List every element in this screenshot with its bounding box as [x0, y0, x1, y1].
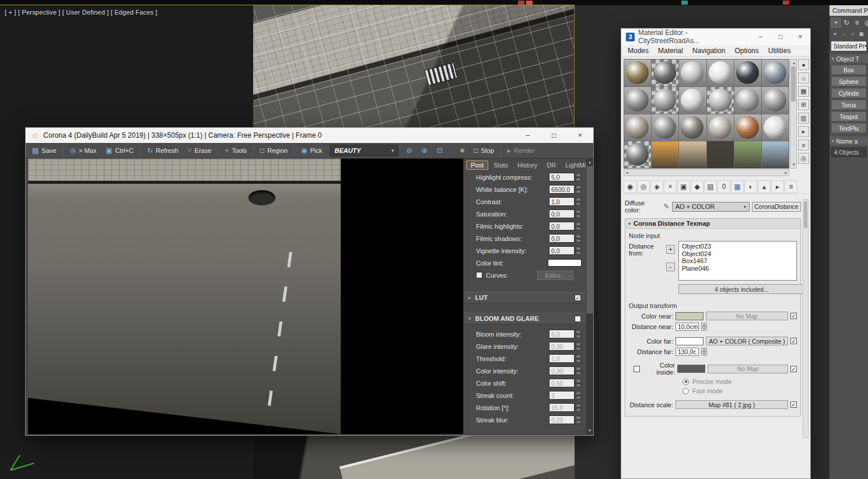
sample-type-icon[interactable]: ●: [798, 59, 809, 70]
primitive-button-cylinde[interactable]: Cylinde: [831, 88, 866, 98]
spinner-down-icon[interactable]: ▾: [575, 371, 582, 376]
name-color-rollout[interactable]: ▾ Name a: [830, 137, 868, 145]
make-material-copy-icon[interactable]: ▣: [677, 180, 690, 193]
setting-value-input[interactable]: 15,0: [549, 403, 575, 412]
spinner-up-icon[interactable]: ▴: [575, 197, 582, 202]
setting-value-input[interactable]: 0,20: [549, 415, 575, 424]
distance-near-input[interactable]: 10,0cm: [676, 323, 699, 331]
scroll-down-icon[interactable]: ▾: [586, 427, 593, 434]
setting-value-input[interactable]: 1,0: [549, 197, 575, 206]
primitive-button-torus[interactable]: Torus: [831, 100, 866, 110]
scrollbar-thumb[interactable]: [587, 166, 593, 313]
spinner-up-icon[interactable]: ▴: [575, 354, 582, 359]
spinner-up-icon[interactable]: ▴: [575, 330, 582, 334]
spinner-down-icon[interactable]: ▾: [575, 177, 582, 182]
spinner-up-icon[interactable]: ▴: [575, 403, 582, 408]
fast-mode-radio[interactable]: [682, 388, 689, 394]
modify-tab[interactable]: ↻: [842, 18, 851, 27]
value-spinner[interactable]: ▴▾: [575, 403, 582, 412]
value-spinner[interactable]: ▴▾: [575, 379, 582, 387]
setting-value-input[interactable]: 0,30: [549, 342, 575, 351]
background-icon[interactable]: ▦: [798, 86, 809, 97]
object-list-item[interactable]: Object023: [682, 243, 793, 250]
spinner-up-icon[interactable]: ▴: [575, 391, 582, 396]
refresh-button[interactable]: ↻Refresh: [143, 144, 183, 157]
object-list-item[interactable]: Plane046: [682, 265, 793, 272]
material-id-channel-icon[interactable]: 0: [718, 180, 730, 193]
spinner-down-icon[interactable]: ▾: [575, 190, 582, 194]
color-inside-map-checkbox[interactable]: ✓: [790, 366, 797, 372]
value-spinner[interactable]: ▴▾: [575, 342, 582, 351]
shapes-category[interactable]: ◌: [840, 30, 848, 37]
spinner-up-icon[interactable]: ▴: [575, 222, 582, 226]
menu-options[interactable]: Options: [730, 47, 762, 55]
value-spinner[interactable]: ▴▾: [575, 234, 582, 243]
object-name-field[interactable]: 4 Objects: [831, 148, 866, 157]
value-spinner[interactable]: ▴▾: [575, 185, 582, 194]
parameters-scrollbar[interactable]: [803, 199, 808, 438]
lut-checkbox[interactable]: ✓: [575, 295, 581, 301]
objects-listbox[interactable]: Object023Object024Box1467Plane046: [678, 241, 797, 281]
value-spinner[interactable]: ▴▾: [575, 415, 582, 424]
scroll-right-icon[interactable]: ▸: [783, 170, 789, 175]
copy-to-clipboard-button[interactable]: ▣Ctrl+C: [102, 144, 138, 157]
setting-value-input[interactable]: 3: [549, 391, 575, 400]
video-color-check-icon[interactable]: ▥: [798, 113, 809, 124]
value-spinner[interactable]: ▴▾: [575, 246, 582, 255]
spinner-down-icon[interactable]: ▾: [575, 214, 582, 219]
render-button[interactable]: ▸Render: [503, 144, 539, 157]
cameras-category[interactable]: ▣: [858, 30, 865, 37]
put-to-library-icon[interactable]: ▤: [704, 180, 717, 193]
corona-tab-stats[interactable]: Stats: [489, 161, 512, 169]
primitive-button-box[interactable]: Box: [831, 65, 866, 75]
menu-utilities[interactable]: Utilities: [764, 47, 795, 55]
value-spinner[interactable]: ▴▾: [575, 197, 582, 206]
color-near-map-checkbox[interactable]: ✓: [790, 313, 797, 319]
edit-pencil-icon[interactable]: ✎: [664, 202, 670, 211]
value-spinner[interactable]: ▴▾: [575, 222, 582, 230]
setting-value-input[interactable]: 0,0: [549, 246, 575, 255]
object-list-item[interactable]: Box1467: [682, 257, 793, 265]
get-material-icon[interactable]: ◉: [624, 180, 636, 193]
material-slot[interactable]: [679, 114, 706, 141]
material-slot[interactable]: [707, 60, 734, 86]
distance-scale-map-button[interactable]: Map #81 ( 2.jpg ): [676, 400, 788, 409]
viewport-label[interactable]: [ + ] [ Perspective ] [ User Defined ] […: [5, 9, 158, 16]
show-shaded-material-in-viewport-icon[interactable]: ▦: [731, 180, 744, 193]
pick-button[interactable]: ◉Pick: [297, 144, 326, 157]
value-spinner[interactable]: ▴▾: [575, 209, 582, 218]
spinner-up-icon[interactable]: ▴: [575, 185, 582, 190]
reset-map-icon[interactable]: ×: [664, 180, 677, 193]
rollout-header[interactable]: ▾ Corona Distance Texmap: [625, 219, 800, 229]
material-slot[interactable]: [652, 60, 678, 86]
save-button[interactable]: ▤Save: [28, 144, 60, 157]
stop-button[interactable]: □Stop: [470, 144, 498, 157]
setting-value-input[interactable]: 0,0: [549, 209, 575, 218]
spinner-up-icon[interactable]: ▴: [575, 342, 582, 347]
material-slot[interactable]: [652, 114, 678, 141]
maximize-button[interactable]: □: [771, 29, 790, 45]
menu-modes[interactable]: Modes: [624, 47, 653, 55]
color-inside-swatch[interactable]: [677, 365, 705, 373]
corona-titlebar[interactable]: ☺ Corona 4 (DailyBuild Apr 5 2019) | 338…: [26, 128, 593, 143]
render-canvas[interactable]: [28, 159, 463, 434]
add-object-button[interactable]: +: [666, 245, 675, 254]
assign-material-to-selection-icon[interactable]: ◈: [650, 180, 663, 193]
color-far-map-checkbox[interactable]: ✓: [790, 338, 797, 344]
distance-far-spinner[interactable]: ▴▾: [701, 348, 707, 356]
material-slot[interactable]: [624, 87, 651, 114]
material-slot[interactable]: [652, 141, 678, 168]
menu-material[interactable]: Material: [654, 47, 687, 55]
corona-panel-scrollbar[interactable]: ▴ ▾: [586, 159, 593, 434]
corona-tab-dr[interactable]: DR: [542, 161, 560, 169]
backlight-icon[interactable]: ☼: [798, 72, 809, 83]
spinner-down-icon[interactable]: ▾: [575, 251, 582, 256]
spinner-down-icon[interactable]: ▾: [575, 226, 582, 231]
scrollbar-thumb[interactable]: [791, 67, 796, 102]
spinner-up-icon[interactable]: ▴: [575, 246, 582, 251]
diffuse-map-select[interactable]: AO + COLOR ▾: [672, 202, 750, 212]
corona-tab-post[interactable]: Post: [466, 160, 488, 170]
color-far-swatch[interactable]: [676, 337, 704, 345]
setting-value-input[interactable]: 0,0: [549, 222, 575, 230]
distance-far-input[interactable]: 130,0c: [676, 348, 699, 356]
